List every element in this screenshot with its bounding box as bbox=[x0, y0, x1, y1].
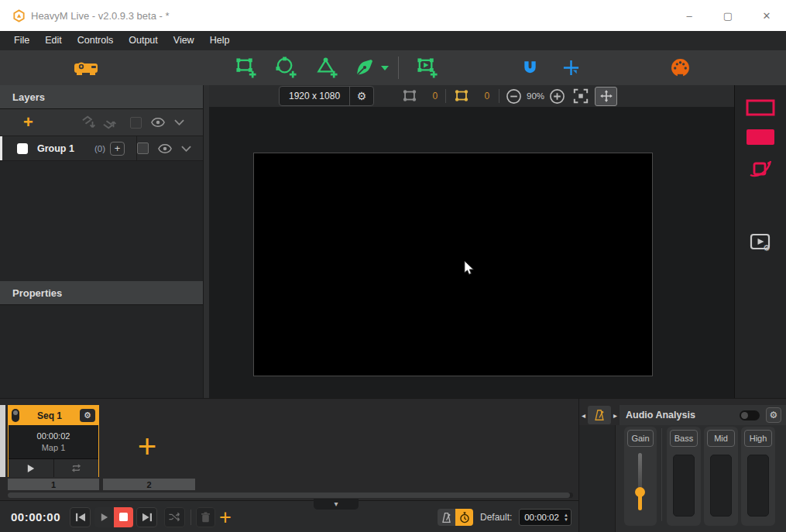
projector-output-icon[interactable] bbox=[74, 59, 100, 77]
add-sequence-button[interactable]: + bbox=[219, 503, 232, 532]
layers-collapse-chevron-icon[interactable] bbox=[174, 119, 184, 125]
gain-slider[interactable] bbox=[627, 447, 654, 523]
surfaces-count-value: 0 bbox=[417, 91, 438, 101]
add-triangle-icon[interactable] bbox=[316, 57, 338, 79]
outline-effect-icon[interactable] bbox=[746, 99, 775, 116]
sequence-row-handle[interactable] bbox=[0, 405, 5, 477]
layers-panel-title: Layers bbox=[12, 91, 45, 103]
delete-sequence-button[interactable] bbox=[196, 507, 215, 527]
beat-panel-icon[interactable] bbox=[588, 406, 611, 424]
add-circle-icon[interactable] bbox=[275, 57, 297, 79]
main-toolbar bbox=[0, 50, 786, 86]
window-controls: – ▢ ✕ bbox=[670, 0, 786, 31]
player-settings-gear-glyph: ⚙ bbox=[763, 243, 771, 253]
sequence-scrollbar-thumb[interactable] bbox=[8, 493, 570, 498]
left-panel: Layers + Grou bbox=[0, 85, 203, 398]
default-duration-value: 00:00:02 bbox=[520, 513, 564, 522]
menu-view[interactable]: View bbox=[166, 31, 202, 50]
sequence-header[interactable]: Seq 1 ⚙ bbox=[9, 406, 98, 425]
audio-settings-gear-icon[interactable]: ⚙ bbox=[766, 407, 781, 423]
pen-tool-dropdown-icon[interactable] bbox=[381, 66, 389, 70]
sequence-play-button[interactable] bbox=[9, 459, 53, 477]
add-group-button[interactable]: + bbox=[23, 115, 33, 130]
sequence-cell[interactable]: 00:00:02 Map 1 bbox=[9, 425, 98, 458]
layers-visibility-eye-icon[interactable] bbox=[151, 118, 165, 127]
layers-color-swatch[interactable] bbox=[130, 117, 142, 129]
default-duration-spinner[interactable]: 00:00:02 ▲ ▼ bbox=[519, 509, 571, 526]
audio-analysis-toggle[interactable] bbox=[740, 410, 760, 420]
beat-mode-button[interactable] bbox=[438, 509, 455, 526]
close-button[interactable]: ✕ bbox=[747, 0, 786, 31]
group-name: Group 1 bbox=[37, 143, 74, 154]
sequence-column-tab-1[interactable]: 1 bbox=[8, 479, 99, 490]
group-checkbox[interactable] bbox=[17, 143, 28, 154]
skip-back-button[interactable] bbox=[70, 507, 91, 527]
audio-analysis-title: Audio Analysis bbox=[626, 410, 695, 420]
stop-button[interactable] bbox=[114, 507, 133, 527]
maximize-button[interactable]: ▢ bbox=[709, 0, 747, 31]
time-mode-button[interactable] bbox=[455, 509, 473, 526]
audio-header-row: ◂ ▸ Audio Analysis ⚙ bbox=[579, 405, 786, 425]
collapse-panel-button[interactable]: ▾ bbox=[314, 499, 359, 510]
count-divider-2 bbox=[499, 89, 499, 103]
left-panel-scrollbar[interactable] bbox=[203, 85, 209, 398]
menu-controls[interactable]: Controls bbox=[70, 31, 122, 50]
pen-tool-icon[interactable] bbox=[355, 58, 374, 77]
fill-effect-icon[interactable] bbox=[746, 129, 775, 146]
group-collapse-chevron-icon[interactable] bbox=[181, 146, 191, 152]
menu-help[interactable]: Help bbox=[202, 31, 238, 50]
move-layer-up-icon[interactable] bbox=[102, 115, 118, 129]
zoom-in-icon[interactable] bbox=[549, 88, 565, 105]
projection-canvas[interactable] bbox=[253, 153, 653, 376]
bottom-section: Seq 1 ⚙ 00:00:02 Map 1 + 1 2 ▾ bbox=[0, 398, 786, 532]
add-player-icon[interactable] bbox=[416, 57, 438, 79]
menu-file[interactable]: File bbox=[6, 31, 37, 50]
magnet-snap-icon[interactable] bbox=[521, 59, 539, 77]
skip-forward-button[interactable] bbox=[136, 507, 157, 527]
shuffle-button[interactable] bbox=[164, 507, 185, 527]
pan-tool-button[interactable] bbox=[595, 87, 617, 106]
panel-scroll-right-icon[interactable]: ▸ bbox=[611, 411, 620, 420]
animation-effect-icon[interactable] bbox=[746, 156, 775, 181]
properties-panel-header: Properties bbox=[0, 281, 203, 305]
zoom-out-icon[interactable] bbox=[506, 88, 522, 105]
fit-to-view-icon[interactable] bbox=[573, 88, 589, 104]
default-duration-label: Default: bbox=[480, 512, 512, 523]
group-visibility-eye-icon[interactable] bbox=[158, 144, 172, 153]
gain-slider-handle[interactable] bbox=[635, 487, 645, 512]
sequence-column-tab-2[interactable]: 2 bbox=[103, 479, 195, 490]
sequence-block[interactable]: Seq 1 ⚙ 00:00:02 Map 1 bbox=[8, 405, 99, 477]
playback-time: 00:00:00 bbox=[11, 510, 60, 523]
high-label: High bbox=[744, 430, 772, 447]
move-layer-down-icon[interactable] bbox=[81, 115, 97, 129]
player-settings-icon[interactable]: ⚙ bbox=[746, 232, 775, 252]
sequence-scrollbar-track bbox=[8, 493, 573, 498]
toolbar-separator bbox=[398, 57, 399, 79]
sequence-toggle-icon[interactable] bbox=[12, 409, 19, 422]
panel-scroll-left-icon[interactable]: ◂ bbox=[579, 411, 588, 420]
mouse-cursor bbox=[463, 260, 475, 276]
minimize-button[interactable]: – bbox=[670, 0, 709, 31]
count-divider-1 bbox=[445, 89, 446, 103]
cell-duration: 00:00:02 bbox=[37, 431, 70, 441]
play-button[interactable] bbox=[94, 507, 114, 527]
crosshair-snap-icon[interactable] bbox=[562, 59, 580, 77]
sequence-settings-gear-icon[interactable]: ⚙ bbox=[80, 409, 95, 422]
sequence-loop-button[interactable] bbox=[53, 459, 99, 477]
spinner-arrows[interactable]: ▲ ▼ bbox=[564, 513, 568, 522]
add-quad-icon[interactable] bbox=[235, 57, 257, 79]
midi-icon[interactable] bbox=[671, 58, 690, 77]
menu-edit[interactable]: Edit bbox=[37, 31, 70, 50]
resolution-settings-gear-icon[interactable]: ⚙ bbox=[350, 90, 373, 102]
gain-label: Gain bbox=[627, 430, 654, 447]
menu-output[interactable]: Output bbox=[121, 31, 166, 50]
high-meter-group: High bbox=[741, 427, 775, 526]
beat-panel-collapsed-area bbox=[579, 425, 616, 532]
group-add-surface-button[interactable]: + bbox=[110, 142, 125, 156]
spinner-down-icon[interactable]: ▼ bbox=[564, 517, 568, 522]
layer-group-row[interactable]: Group 1 (0) + bbox=[0, 136, 203, 161]
group-color-swatch[interactable] bbox=[137, 142, 149, 154]
sequence-name: Seq 1 bbox=[19, 410, 80, 421]
canvas-toolbar: 1920 x 1080 ⚙ 0 0 90% bbox=[209, 85, 734, 107]
add-sequence-cell-button[interactable]: + bbox=[132, 431, 163, 465]
